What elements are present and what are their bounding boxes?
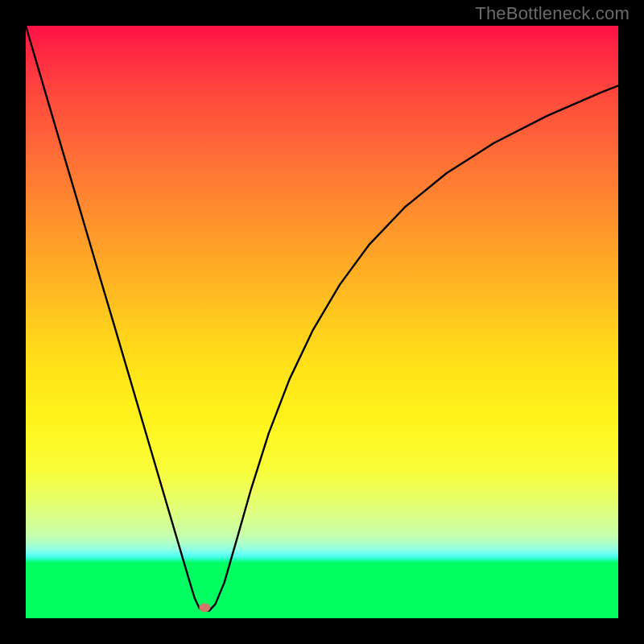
watermark-text: TheBottleneck.com [475,3,630,24]
plot-area [26,26,618,618]
chart-svg [26,26,618,618]
bottleneck-marker-dot [199,603,210,612]
bottleneck-curve-line [26,26,618,610]
